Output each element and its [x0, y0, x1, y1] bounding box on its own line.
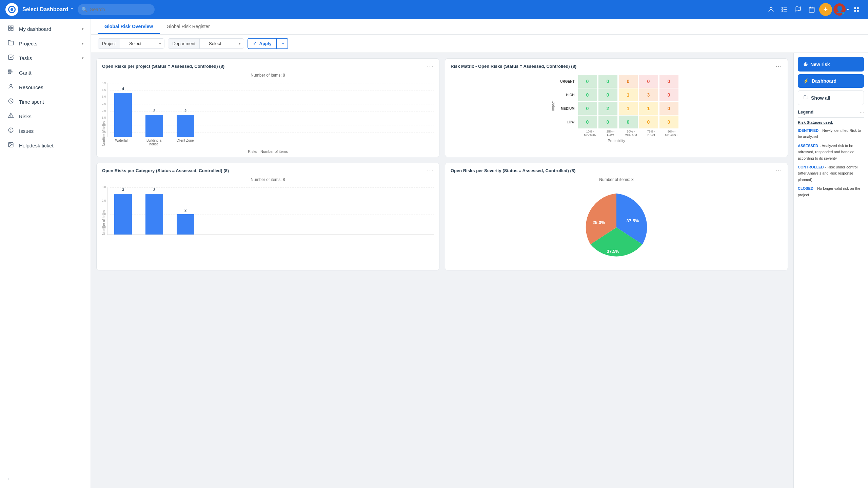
status-name-assessed: ASSESSED	[798, 144, 818, 148]
topnav: Select Dashboard ⌃ 🔍 + 👤 ▾	[0, 0, 868, 19]
show-all-button[interactable]: Show all	[798, 90, 864, 105]
dashboard-selector[interactable]: Select Dashboard ⌃	[22, 6, 74, 13]
sidebar-item-label: Issues	[19, 128, 34, 134]
svg-rect-15	[857, 10, 859, 12]
card-menu-3[interactable]: ···	[427, 168, 434, 174]
dashboard-button[interactable]: ⚡ Dashboard	[798, 74, 864, 88]
card-menu-1[interactable]: ···	[427, 63, 434, 69]
pie-label-green: 37.5%	[607, 249, 619, 254]
pie-label-orange: 25.0%	[593, 220, 605, 225]
apply-dropdown-arrow[interactable]: ▾	[279, 39, 288, 48]
bar-client	[177, 115, 194, 137]
card-header-3: Open Risks per Category (Status = Assess…	[97, 163, 439, 177]
apply-button[interactable]: ✓ Apply ▾	[248, 38, 288, 49]
svg-rect-16	[8, 26, 10, 27]
flag-icon[interactable]	[792, 3, 804, 16]
filters-bar: Project --- Select --- Department --- Se…	[91, 35, 868, 53]
cell-high-2: 0	[598, 88, 617, 101]
bar-group-cat-c: 2	[177, 214, 194, 235]
svg-rect-18	[8, 28, 10, 30]
clock-icon	[7, 98, 15, 106]
tab-global-risk-register[interactable]: Global Risk Register	[160, 19, 217, 34]
bar-label-client: Client Zone	[176, 139, 194, 146]
sidebar-item-issues[interactable]: Issues	[0, 124, 91, 138]
sidebar-item-tasks[interactable]: Tasks ▾	[0, 51, 91, 65]
card-menu-2[interactable]: ···	[776, 63, 782, 69]
card-menu-4[interactable]: ···	[776, 168, 782, 174]
sidebar-item-gantt[interactable]: Gantt	[0, 65, 91, 80]
right-panel: ⊕ New risk ⚡ Dashboard Show all Legend ·…	[793, 53, 868, 488]
cell-urgent-4: 0	[639, 75, 658, 88]
svg-point-23	[10, 84, 12, 86]
department-select[interactable]: --- Select ---	[200, 39, 244, 48]
chevron-icon: ▾	[82, 56, 84, 60]
legend-menu[interactable]: ···	[860, 109, 864, 115]
svg-rect-13	[857, 7, 859, 9]
app-logo[interactable]	[5, 3, 18, 16]
filter-icon[interactable]	[778, 3, 791, 16]
sidebar-item-resources[interactable]: Resources	[0, 80, 91, 95]
search-wrapper: 🔍	[78, 4, 281, 15]
dashboard-selector-label: Select Dashboard	[22, 6, 68, 13]
svg-point-0	[770, 7, 772, 9]
risk-matrix-container: Impact URGENT 0 0 0 0 0	[445, 72, 788, 147]
legend-closed: CLOSED - No longer valid risk on the pro…	[798, 185, 864, 198]
status-name-identified: IDENTIFIED	[798, 128, 818, 133]
check-square-icon	[7, 54, 15, 62]
svg-rect-17	[11, 26, 13, 27]
add-button[interactable]: +	[819, 3, 832, 16]
card-subtitle-1: Number of items: 8	[97, 72, 439, 80]
bar-value-client: 2	[184, 109, 186, 113]
card-title-1: Open Risks per project (Status = Assesse…	[102, 63, 224, 69]
tab-global-risk-overview[interactable]: Global Risk Overview	[98, 19, 160, 34]
folder-icon	[7, 40, 15, 47]
charts-row-2: Open Risks per Category (Status = Assess…	[96, 163, 788, 270]
pie-chart-svg: 37.5% 37.5% 25.0%	[579, 190, 654, 265]
cell-high-4: 3	[639, 88, 658, 101]
sidebar-item-my-dashboard[interactable]: My dashboard ▾	[0, 22, 91, 36]
bar-group-client: 2	[177, 115, 194, 137]
cell-medium-3: 1	[619, 102, 638, 115]
card-subtitle-4: Number of items: 8	[445, 177, 788, 185]
sidebar-item-label: Resources	[19, 84, 43, 90]
legend-title: Legend	[798, 109, 813, 115]
folder-icon-rp	[804, 95, 808, 101]
cell-urgent-2: 0	[598, 75, 617, 88]
matrix-grid: URGENT 0 0 0 0 0 HIGH 0	[557, 75, 682, 137]
sidebar-item-risks[interactable]: Risks	[0, 109, 91, 124]
card-title-2: Risk Matrix - Open Risks (Status = Asses…	[451, 63, 576, 69]
sidebar-item-time-spent[interactable]: Time spent	[0, 95, 91, 109]
chart-risk-matrix: Risk Matrix - Open Risks (Status = Asses…	[445, 58, 788, 157]
bar-cat-b	[145, 194, 163, 235]
lightning-icon: ⚡	[803, 78, 809, 84]
cell-low-3: 0	[619, 116, 638, 128]
content-area: Open Risks per project (Status = Assesse…	[91, 53, 868, 488]
project-select[interactable]: --- Select ---	[120, 39, 164, 48]
nav-icons: + 👤 ▾	[765, 3, 863, 16]
chart-risks-per-project: Open Risks per project (Status = Assesse…	[96, 58, 439, 157]
sidebar-collapse-button[interactable]: ←	[7, 475, 14, 483]
chevron-icon: ▾	[82, 27, 84, 31]
grid-icon[interactable]	[850, 3, 863, 16]
status-name-controlled: CONTROLLED	[798, 165, 824, 169]
bar-label-building: Building a house	[145, 139, 163, 146]
department-filter-group: Department --- Select ---	[168, 38, 244, 49]
matrix-row-medium: MEDIUM 0 2 1 1 0	[557, 102, 682, 115]
user-icon[interactable]	[765, 3, 777, 16]
bar-value-cat-c: 2	[184, 208, 186, 212]
sidebar-item-projects[interactable]: Projects ▾	[0, 36, 91, 51]
search-input[interactable]	[78, 4, 155, 15]
avatar-wrap[interactable]: 👤 ▾	[833, 3, 849, 16]
sidebar-item-helpdesk[interactable]: Helpdesk ticket	[0, 138, 91, 153]
project-select-wrap: --- Select ---	[120, 39, 164, 48]
risk-statuses-heading: Risk Statuses used:	[798, 120, 864, 124]
card-subtitle-3: Number of items: 8	[97, 177, 439, 185]
chart3-container: Number of items 3.0 2.5 2.0 1.5	[97, 185, 439, 236]
legend-assessed: ASSESSED - Analyzed risk to be adressed,…	[798, 142, 864, 161]
sidebar: My dashboard ▾ Projects ▾ Tasks ▾ Gantt …	[0, 19, 91, 488]
project-filter-label: Project	[98, 39, 120, 48]
new-risk-button[interactable]: ⊕ New risk	[798, 57, 864, 72]
legend-identified: IDENTIFIED - Newly identified Risk to be…	[798, 127, 864, 140]
department-filter-label: Department	[168, 39, 200, 48]
calendar-icon[interactable]	[806, 3, 818, 16]
